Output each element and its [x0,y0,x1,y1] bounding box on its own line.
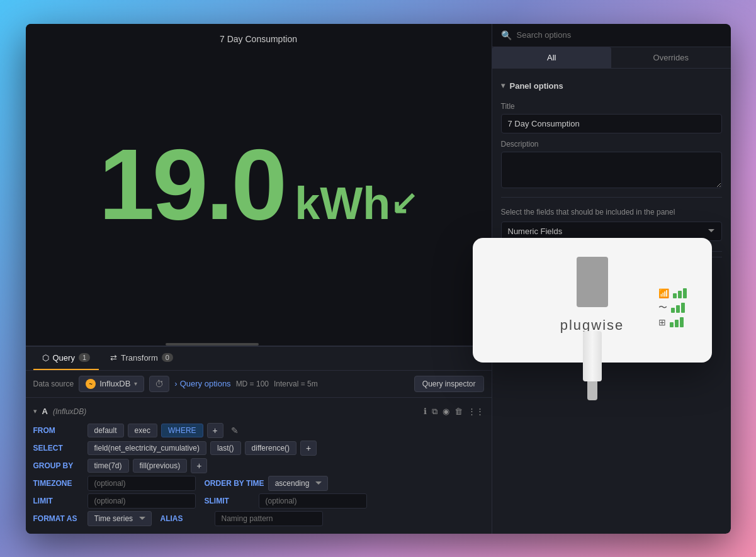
query-id: A [42,407,48,416]
group-fill-btn[interactable]: fill(previous) [133,459,188,473]
view-tabs: All Overrides [492,47,731,69]
query-db-label: (InfluxDB) [53,407,86,416]
datasource-name: InfluxDB [99,379,130,388]
search-bar: 🔍 [492,24,731,47]
datasource-bar: Data source ~ InfluxDB ▾ ⏱ › Query optio… [26,371,492,398]
from-exec-btn[interactable]: exec [128,424,157,437]
description-label: Description [501,140,722,149]
query-options-label: Query options [180,379,231,388]
view-tab-all[interactable]: All [492,47,612,68]
activity-bar-2 [676,305,680,313]
alias-label: ALIAS [161,512,211,526]
limit-input[interactable] [87,493,196,509]
query-inspector-button[interactable]: Query inspector [414,376,484,392]
panel-options-label: Panel options [510,81,563,91]
from-plus-btn[interactable]: + [207,423,223,438]
order-select[interactable]: ascending [268,476,328,491]
chart-area: 7 Day Consumption 19.0 kWh↙ [26,24,492,346]
network-icon: ⊞ [658,317,666,327]
wifi-icon: 📶 [658,288,669,298]
wifi-indicator-row: 📶 [658,288,687,298]
wifi-bar-2 [678,291,682,298]
query-section: ⬡ Query 1 ⇄ Transform 0 Data source ~ In… [26,346,492,534]
datasource-label: Data source [33,380,74,388]
collapse-chevron[interactable]: ▾ [33,407,37,415]
description-textarea[interactable] [501,152,722,188]
network-bar-1 [670,322,674,327]
view-tab-overrides[interactable]: Overrides [611,47,731,68]
select-field-btn[interactable]: field(net_electricity_cumulative) [87,441,206,455]
activity-bar-1 [671,308,675,313]
drag-icon[interactable]: ⋮⋮ [468,407,484,417]
activity-indicator-row: 〜 [658,302,687,313]
wifi-bar-3 [683,288,687,298]
query-header: ▾ A (InfluxDB) ℹ ⧉ ◉ 🗑 ⋮⋮ [33,403,484,420]
device-slot [577,257,608,307]
from-row: FROM default exec WHERE + ✎ [33,423,484,438]
title-input[interactable] [501,114,722,133]
activity-bars [671,303,685,313]
select-last-btn[interactable]: last() [210,441,241,455]
network-indicator-row: ⊞ [658,317,687,327]
copy-icon[interactable]: ⧉ [432,407,437,417]
eye-icon[interactable]: ◉ [443,407,449,417]
query-md: MD = 100 [236,380,269,388]
group-time-btn[interactable]: time(7d) [87,459,129,473]
order-label: ORDER BY TIME [205,476,264,490]
panel-options-section-header[interactable]: ▾ Panel options [501,76,722,96]
from-label: FROM [33,424,84,437]
divider-1 [501,197,722,198]
metric-display: 19.0 kWh↙ [99,134,418,235]
format-alias-row: FORMAT AS Time series ALIAS [33,511,484,526]
search-input[interactable] [517,30,722,40]
from-default-btn[interactable]: default [87,424,124,437]
from-where-btn[interactable]: WHERE [161,424,203,437]
fields-hint: Select the fields that should be include… [501,208,722,217]
query-options-link[interactable]: › Query options [174,379,230,388]
datasource-chevron: ▾ [134,380,137,387]
tab-query[interactable]: ⬡ Query 1 [33,347,99,370]
select-plus-btn[interactable]: + [300,441,317,456]
group-by-label: GROUP BY [33,459,84,473]
wifi-bar-1 [673,293,677,298]
group-plus-btn[interactable]: + [191,458,207,473]
transform-tab-label: Transform [121,353,158,363]
cable-body [583,331,602,381]
cable-end [587,381,597,400]
description-field: Description [501,140,722,191]
transform-tab-icon: ⇄ [110,353,117,363]
network-bar-3 [680,317,684,327]
datasource-selector[interactable]: ~ InfluxDB ▾ [79,376,144,392]
format-as-select[interactable]: Time series [87,511,152,526]
network-bar-2 [675,320,679,327]
search-icon: 🔍 [501,30,512,40]
trash-icon[interactable]: 🗑 [454,407,463,417]
device-overlay: 📶 〜 ⊞ [473,238,712,363]
select-row: SELECT field(net_electricity_cumulative)… [33,441,484,456]
query-actions: ℹ ⧉ ◉ 🗑 ⋮⋮ [424,407,484,417]
limit-label: LIMIT [33,494,84,508]
timezone-input[interactable] [87,476,196,491]
format-as-label: FORMAT AS [33,512,84,526]
group-by-row: GROUP BY time(7d) fill(previous) + [33,458,484,473]
alias-input[interactable] [215,511,323,526]
panel-options-chevron: ▾ [501,81,505,90]
info-icon[interactable]: ℹ [424,407,427,417]
query-options-arrow: › [174,379,177,388]
wifi-bars [673,288,687,298]
title-label: Title [501,102,722,111]
slimit-input[interactable] [259,493,367,509]
left-panel: 7 Day Consumption 19.0 kWh↙ ⬡ Query 1 [26,24,492,534]
query-interval: Interval = 5m [274,380,318,388]
query-tab-label: Query [53,353,75,363]
scrollbar-indicator[interactable] [166,343,259,346]
chart-title: 7 Day Consumption [220,34,297,44]
tab-transform[interactable]: ⇄ Transform 0 [101,347,182,370]
clock-button[interactable]: ⏱ [149,376,169,392]
tabs-bar: ⬡ Query 1 ⇄ Transform 0 [26,347,492,371]
from-pencil-btn[interactable]: ✎ [227,424,242,437]
activity-icon: 〜 [658,302,667,313]
transform-tab-count: 0 [162,353,173,362]
select-difference-btn[interactable]: difference() [245,441,296,455]
limit-slimit-row: LIMIT SLIMIT [33,493,484,509]
